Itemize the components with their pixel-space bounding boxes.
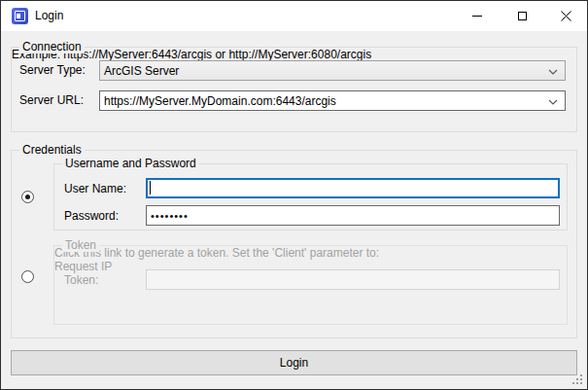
minimize-button[interactable] bbox=[455, 1, 500, 31]
login-button[interactable]: Login bbox=[11, 350, 577, 375]
login-button-label: Login bbox=[280, 356, 308, 370]
token-link-text: Click this link to generate a token. Set… bbox=[54, 246, 567, 260]
password-label: Password: bbox=[64, 209, 119, 223]
app-form-icon bbox=[12, 8, 28, 24]
token-radio[interactable] bbox=[21, 270, 34, 283]
titlebar: Login bbox=[1, 1, 587, 31]
server-type-label: Server Type: bbox=[19, 63, 86, 77]
credentials-group-legend: Credentials bbox=[19, 144, 85, 157]
username-password-group: Username and Password User Name: Passwor… bbox=[53, 163, 568, 230]
window-title: Login bbox=[35, 9, 63, 22]
text-caret bbox=[150, 181, 151, 195]
server-url-value: https://MyServer.MyDomain.com:6443/arcgi… bbox=[104, 94, 336, 108]
maximize-button[interactable] bbox=[500, 1, 544, 31]
username-password-radio[interactable] bbox=[21, 191, 34, 203]
server-url-label: Server URL: bbox=[19, 93, 84, 107]
login-dialog: Login Connection Server Type: ArcGIS Ser… bbox=[0, 0, 588, 390]
token-group-legend: Token bbox=[62, 239, 99, 252]
connection-group: Connection Server Type: ArcGIS Server Se… bbox=[11, 47, 577, 132]
user-name-field-wrap bbox=[146, 178, 560, 198]
chevron-down-icon bbox=[548, 69, 558, 75]
password-input[interactable] bbox=[146, 205, 560, 226]
resize-grip[interactable] bbox=[571, 373, 584, 386]
close-button[interactable] bbox=[544, 1, 588, 31]
maximize-icon bbox=[518, 12, 527, 20]
user-name-input[interactable] bbox=[146, 178, 560, 198]
minimize-icon bbox=[472, 16, 482, 17]
password-field-wrap bbox=[146, 205, 560, 226]
connection-group-legend: Connection bbox=[19, 41, 85, 53]
token-field-wrap bbox=[146, 269, 560, 290]
user-name-label: User Name: bbox=[64, 182, 126, 195]
token-label: Token: bbox=[64, 273, 98, 287]
server-url-example-text: Example: https://MyServer:6443/arcgis or… bbox=[12, 48, 576, 61]
username-password-legend: Username and Password bbox=[62, 158, 199, 170]
close-icon bbox=[561, 11, 571, 21]
credentials-group: Credentials Username and Password User N… bbox=[11, 150, 577, 338]
token-group: Token Token: Click this link to generate… bbox=[53, 245, 568, 325]
server-type-value: ArcGIS Server bbox=[104, 64, 179, 78]
chevron-down-icon bbox=[548, 99, 558, 105]
server-type-dropdown[interactable]: ArcGIS Server bbox=[99, 60, 566, 81]
token-input bbox=[146, 269, 560, 290]
server-url-combobox[interactable]: https://MyServer.MyDomain.com:6443/arcgi… bbox=[99, 90, 566, 111]
